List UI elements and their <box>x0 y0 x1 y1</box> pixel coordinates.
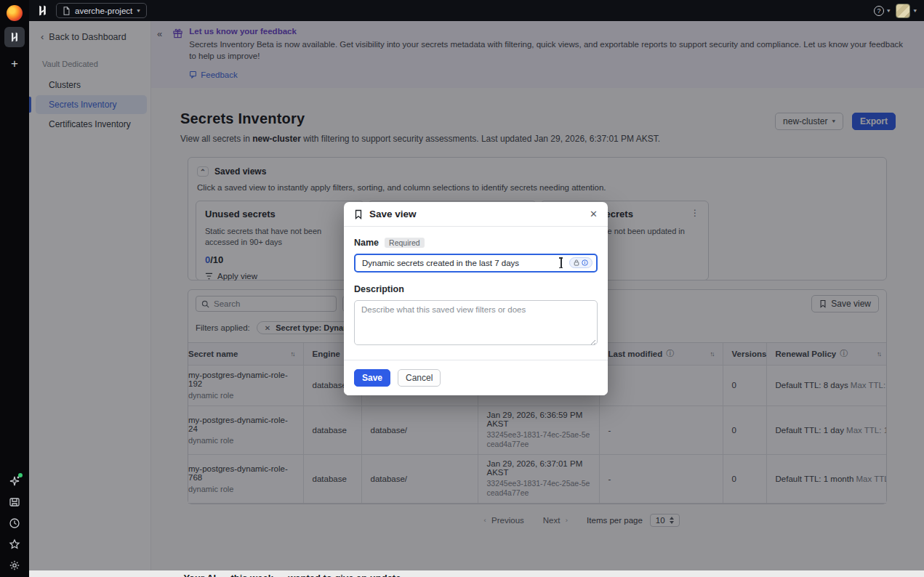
browser-vertical-tabbar: + <box>0 0 29 577</box>
user-menu[interactable]: ▾ <box>896 4 917 18</box>
chevron-down-icon: ▾ <box>887 8 891 14</box>
firefox-icon[interactable] <box>7 5 23 21</box>
ai-sparkle-icon[interactable] <box>9 475 20 487</box>
lock-icon <box>574 259 579 266</box>
hashicorp-icon <box>9 31 20 43</box>
help-menu[interactable]: ? ▾ <box>874 6 891 16</box>
name-label: Name <box>354 238 379 248</box>
gear-icon[interactable] <box>9 560 20 571</box>
background-window-strip: — Your AI — this week — wanted to give a… <box>29 570 924 577</box>
top-navbar: averche-project ▾ ? ▾ ▾ <box>29 0 924 21</box>
view-description-textarea[interactable] <box>354 300 598 345</box>
new-tab-button[interactable]: + <box>11 57 18 70</box>
document-icon <box>63 7 71 15</box>
text-cursor <box>558 257 564 268</box>
description-label: Description <box>354 284 404 294</box>
bookmarks-star-icon[interactable] <box>9 538 20 550</box>
save-view-modal: Save view ✕ Name Required <box>344 202 608 395</box>
modal-save-button[interactable]: Save <box>354 369 390 387</box>
bookmark-icon <box>354 209 363 219</box>
help-icon: ? <box>874 6 884 16</box>
close-icon[interactable]: ✕ <box>590 209 598 219</box>
save-page-icon[interactable] <box>9 496 20 508</box>
required-badge: Required <box>385 238 425 248</box>
chevron-down-icon: ▾ <box>913 8 917 14</box>
avatar <box>896 4 910 18</box>
modal-cancel-button[interactable]: Cancel <box>398 369 441 387</box>
hcp-tab[interactable] <box>4 27 25 47</box>
screen: + <box>0 0 924 577</box>
modal-title: Save view <box>369 209 417 219</box>
status-dot <box>18 473 23 477</box>
chevron-down-icon: ▾ <box>137 8 140 14</box>
info-icon <box>582 259 588 266</box>
project-name: averche-project <box>75 7 132 15</box>
project-selector[interactable]: averche-project ▾ <box>56 3 147 18</box>
hcp-app: averche-project ▾ ? ▾ ▾ ‹ Back to Dashbo <box>29 0 924 570</box>
history-icon[interactable] <box>9 517 20 529</box>
background-window-text: — Your AI — this week — wanted to give a… <box>172 573 924 577</box>
hashicorp-logo[interactable] <box>36 4 49 17</box>
password-manager-badge[interactable] <box>569 257 592 268</box>
